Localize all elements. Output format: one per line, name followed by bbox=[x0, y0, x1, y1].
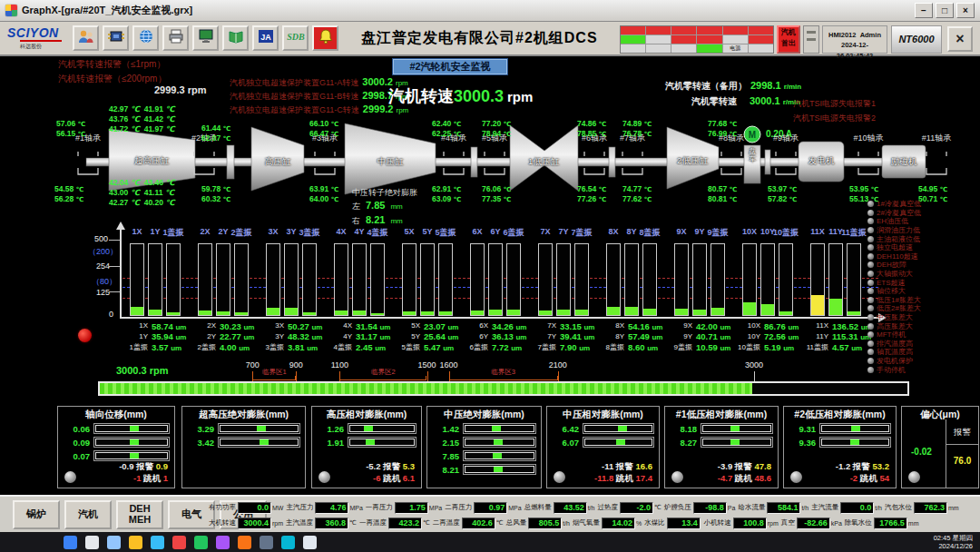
mail-icon[interactable] bbox=[194, 536, 208, 549]
ja-button[interactable]: JA bbox=[252, 25, 279, 51]
nav-button-3[interactable]: DEH MEH bbox=[116, 500, 163, 529]
turbine-first-out-button[interactable]: 汽机 首出 bbox=[777, 25, 800, 54]
panel-bar-marker bbox=[364, 426, 373, 431]
book-button[interactable] bbox=[222, 25, 249, 51]
vibration-bar bbox=[198, 243, 212, 316]
exit-button[interactable]: × bbox=[947, 26, 973, 52]
vibration-value: 42.00 um bbox=[696, 321, 730, 331]
panel-bar-row: 0.09 bbox=[63, 436, 170, 448]
status-value: 1766.5 bbox=[874, 518, 907, 529]
browser-icon[interactable] bbox=[172, 536, 186, 549]
monitor-button[interactable] bbox=[192, 25, 219, 51]
alarm-grid-cell bbox=[749, 44, 773, 53]
svg-text:SDB: SDB bbox=[287, 32, 305, 42]
panel-bar-row: 2.15 bbox=[432, 436, 536, 448]
vibration-value: 48.32 um bbox=[288, 331, 322, 341]
vibration-value-label: 8X bbox=[597, 321, 624, 330]
media-icon[interactable] bbox=[281, 536, 295, 549]
printer-button[interactable] bbox=[162, 25, 189, 51]
panel-bar-value: 3.42 bbox=[187, 438, 214, 448]
measurement-panel: #1低压相对膨胀(mm)8.188.27-3.9 报警 47.8-4.7 跳机 … bbox=[664, 406, 779, 488]
store-icon[interactable] bbox=[216, 536, 230, 549]
panel-trip-limits: -2 跳机 54 bbox=[850, 473, 889, 485]
panel-bar bbox=[463, 437, 536, 448]
y-axis-label: （80） bbox=[92, 276, 117, 288]
status-label: 烟气氧量 bbox=[573, 518, 600, 527]
users-button[interactable] bbox=[73, 25, 99, 51]
panel-bar-row: 8.21 bbox=[432, 463, 536, 476]
vibration-bar-label: 3Y bbox=[286, 227, 296, 236]
alarm-status-dot bbox=[867, 358, 874, 364]
alarm-bell-button[interactable] bbox=[312, 25, 338, 51]
panel-bar-marker bbox=[851, 426, 860, 431]
panel-bar-marker bbox=[494, 439, 503, 445]
vibration-bar bbox=[642, 243, 657, 316]
search-icon[interactable] bbox=[85, 536, 99, 549]
svg-text:JA: JA bbox=[260, 33, 271, 42]
settings-icon[interactable] bbox=[238, 536, 251, 549]
network-button[interactable] bbox=[132, 25, 159, 51]
nav-button-1[interactable]: 锅炉 bbox=[13, 500, 60, 529]
chip-button[interactable] bbox=[103, 25, 129, 51]
status-unit: Pa bbox=[728, 505, 736, 511]
status-unit: rpm bbox=[768, 520, 779, 527]
terminal-icon[interactable] bbox=[260, 536, 273, 549]
minimize-button[interactable]: − bbox=[915, 3, 933, 18]
vibration-bar-fill bbox=[848, 311, 860, 315]
panel-bar-value: 9.31 bbox=[789, 424, 816, 434]
panel-bar-marker bbox=[130, 453, 139, 458]
vibration-bar bbox=[606, 243, 621, 316]
alarm-grid-cell bbox=[749, 26, 773, 34]
standby-speed: 2999.3 rpm bbox=[154, 84, 206, 95]
y-axis-tick bbox=[109, 266, 120, 267]
vibration-value-label: 6X bbox=[461, 321, 488, 330]
vibration-bar-label: 8盖振 bbox=[639, 227, 660, 239]
vibration-bar bbox=[742, 243, 757, 316]
nav-button-2[interactable]: 汽机 bbox=[64, 500, 112, 529]
alarm-grid-cell bbox=[697, 44, 721, 53]
vibration-value-label: 3盖振 bbox=[257, 342, 284, 352]
sdb-button[interactable]: SDB bbox=[282, 25, 309, 51]
speed-alarm-text: 汽机转速报警（≤200rpm） bbox=[58, 73, 166, 85]
logo-text: SCIYON bbox=[7, 25, 65, 40]
vibration-bar-fill bbox=[149, 310, 162, 315]
notes-icon[interactable] bbox=[303, 536, 317, 549]
close-button[interactable]: × bbox=[956, 3, 975, 18]
measurement-panel: 中压相对膨胀(mm)6.426.07-11 报警 16.6-11.8 跳机 17… bbox=[546, 406, 660, 488]
taskbar-clock[interactable]: 02:45 星期四 2024/12/26 bbox=[934, 534, 973, 550]
bearing-temp-top: 77.20 ℃78.94 ℃ bbox=[482, 119, 511, 139]
vibration-bar-fill bbox=[575, 310, 588, 315]
vibration-bar-label: 5盖振 bbox=[435, 227, 456, 239]
vibration-value: 72.56 um bbox=[764, 331, 799, 341]
alarm-grid-cell bbox=[646, 44, 671, 53]
vibration-value-label: 4X bbox=[325, 321, 352, 330]
vibration-value: 31.17 um bbox=[356, 331, 390, 341]
dcs-screen: GraphX-[gra/#20T_汽机安全监视.grx] − □ × SCIYO… bbox=[0, 0, 980, 552]
panel-bar bbox=[701, 423, 773, 434]
page-tab[interactable]: #2汽轮机安全监视 bbox=[392, 58, 508, 75]
status-label: 总风量 bbox=[506, 518, 527, 527]
panel-bar bbox=[701, 437, 773, 448]
vibration-value-label: 3Y bbox=[257, 332, 284, 340]
vibration-bar-fill bbox=[167, 312, 180, 315]
panel-bar-row: 1.26 bbox=[317, 422, 416, 435]
task-view-icon[interactable] bbox=[107, 536, 121, 549]
edge-icon[interactable] bbox=[151, 536, 164, 549]
coupling-disc bbox=[765, 150, 770, 174]
vibration-bar-label: 5X bbox=[404, 227, 414, 236]
bearing-temp-top: 74.89 ℃76.78 ℃ bbox=[622, 119, 652, 139]
vibration-bar-label: 10盖振 bbox=[773, 227, 799, 239]
panel-title: 超高压绝对膨胀(mm) bbox=[187, 409, 300, 421]
vibration-value: 8.60 um bbox=[628, 342, 658, 352]
folder-icon[interactable] bbox=[129, 536, 142, 549]
vibration-bar bbox=[402, 243, 416, 316]
vibration-bar bbox=[674, 243, 689, 316]
vibration-bar-label: 2X bbox=[200, 227, 210, 236]
start-button[interactable] bbox=[64, 536, 77, 549]
overspeed-protection-row: 汽机独立电超速保护装置G11-A转速3000.2rpm bbox=[230, 76, 408, 89]
status-label: 水煤比 bbox=[644, 518, 665, 527]
panel-bar-row: 1.42 bbox=[432, 422, 536, 435]
status-label: 主汽流量 bbox=[811, 503, 838, 512]
maximize-button[interactable]: □ bbox=[936, 3, 954, 18]
vibration-bar-fill bbox=[471, 310, 484, 315]
